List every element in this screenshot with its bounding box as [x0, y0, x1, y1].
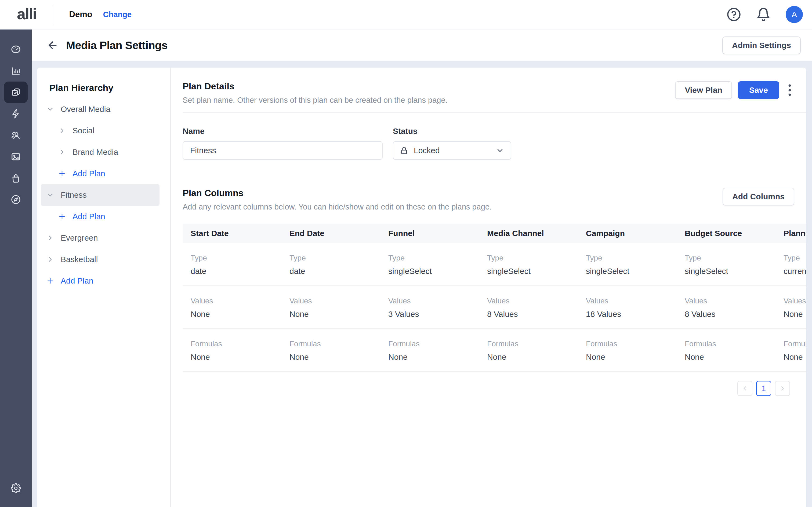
cell-label: Type — [783, 254, 806, 262]
lock-icon — [400, 146, 408, 155]
hierarchy-title: Plan Hierarchy — [49, 82, 170, 93]
status-value: Locked — [414, 146, 440, 155]
cell-value: date — [191, 267, 282, 276]
cell-label: Formulas — [685, 340, 775, 348]
cell-label: Values — [388, 297, 479, 305]
column-header: End Date — [282, 224, 380, 243]
chevron-left-icon[interactable] — [738, 381, 752, 396]
cell-label: Formulas — [783, 340, 806, 348]
formulas-cell: Formulas None — [380, 340, 479, 361]
arrow-left-icon[interactable] — [47, 40, 58, 51]
plans-icon[interactable] — [4, 81, 28, 103]
save-button[interactable]: Save — [738, 81, 779, 99]
type-cell: Type singleSelect — [677, 254, 775, 276]
tree-item-basketball[interactable]: Basketball — [37, 249, 170, 270]
plan-settings-main: Plan Details Set plan name. Other versio… — [171, 68, 806, 507]
cell-value: 18 Values — [586, 309, 677, 319]
tree-item-label: Fitness — [61, 190, 87, 200]
chevron-right-icon[interactable] — [58, 127, 66, 135]
chevron-right-icon[interactable] — [46, 234, 54, 242]
shop-icon[interactable] — [4, 167, 28, 189]
formulas-cell: Formulas None — [677, 340, 775, 361]
creative-icon[interactable] — [4, 146, 28, 167]
table-header-row: Start Date End Date Funnel Media Channel… — [183, 224, 806, 243]
cell-label: Type — [685, 254, 775, 262]
add-plan-button[interactable]: Add Plan — [37, 270, 170, 292]
cell-value: None — [290, 309, 380, 319]
column-header: Start Date — [183, 224, 282, 243]
kebab-menu-icon[interactable] — [785, 81, 794, 99]
cell-value: None — [783, 352, 806, 361]
status-select[interactable]: Locked — [393, 141, 511, 160]
add-plan-button[interactable]: Add Plan — [37, 163, 170, 184]
tree-item-overall-media[interactable]: Overall Media — [37, 99, 170, 120]
table-row-type: Type date Type date Type singleSelect — [183, 243, 806, 286]
plan-hierarchy-panel: Plan Hierarchy Overall Media — [37, 68, 171, 507]
formulas-cell: Formulas None — [282, 340, 380, 361]
admin-settings-button[interactable]: Admin Settings — [722, 37, 801, 54]
page-number-button[interactable]: 1 — [756, 381, 771, 396]
change-workspace-link[interactable]: Change — [103, 10, 132, 19]
cell-label: Formulas — [191, 340, 282, 348]
values-cell: Values 3 Values — [380, 297, 479, 319]
cell-value: singleSelect — [586, 267, 677, 276]
table-row-values: Values None Values None Values 3 Values — [183, 286, 806, 329]
add-plan-button[interactable]: Add Plan — [37, 206, 170, 227]
tree-item-evergreen[interactable]: Evergreen — [37, 227, 170, 249]
cell-value: None — [290, 352, 380, 361]
tree-item-fitness[interactable]: Fitness — [41, 184, 159, 206]
cell-label: Formulas — [586, 340, 677, 348]
cell-label: Formulas — [487, 340, 578, 348]
settings-icon[interactable] — [4, 477, 28, 499]
values-cell: Values None — [282, 297, 380, 319]
table-row-formulas: Formulas None Formulas None Formulas Non… — [183, 329, 806, 372]
formulas-cell: Formulas None — [578, 340, 677, 361]
cell-label: Values — [586, 297, 677, 305]
name-label: Name — [183, 127, 383, 136]
pagination: 1 — [183, 381, 790, 396]
add-columns-button[interactable]: Add Columns — [723, 188, 794, 206]
chevron-down-icon[interactable] — [46, 191, 54, 199]
name-field-group: Name — [183, 127, 383, 160]
help-circle-icon[interactable] — [727, 7, 741, 22]
automation-icon[interactable] — [4, 103, 28, 124]
cell-label: Type — [290, 254, 380, 262]
status-label: Status — [393, 127, 511, 136]
chevron-right-icon[interactable] — [58, 148, 66, 156]
alli-logo: alli — [17, 5, 37, 24]
column-header: Funnel — [380, 224, 479, 243]
avatar[interactable]: A — [786, 6, 803, 23]
plan-name-input[interactable] — [183, 141, 383, 160]
type-cell: Type singleSelect — [380, 254, 479, 276]
tree-item-label: Brand Media — [72, 148, 118, 157]
chevron-right-icon[interactable] — [46, 256, 54, 264]
view-plan-button[interactable]: View Plan — [675, 81, 732, 99]
cell-label: Type — [388, 254, 479, 262]
explore-icon[interactable] — [4, 189, 28, 210]
cell-value: 8 Values — [487, 309, 578, 319]
formulas-cell: Formulas None — [775, 340, 806, 361]
chevron-right-icon[interactable] — [775, 381, 790, 396]
page-title: Media Plan Settings — [66, 39, 167, 52]
values-cell: Values None — [775, 297, 806, 319]
cell-value: None — [191, 352, 282, 361]
tree-item-social[interactable]: Social — [37, 120, 170, 142]
section-divider — [183, 112, 806, 113]
nav-rail — [0, 30, 32, 507]
chevron-down-icon[interactable] — [46, 105, 54, 113]
plan-columns-subtitle: Add any relevant columns below. You can … — [183, 203, 492, 211]
dashboard-icon[interactable] — [4, 39, 28, 60]
audiences-icon[interactable] — [4, 124, 28, 146]
bell-icon[interactable] — [756, 7, 771, 22]
chart-icon[interactable] — [4, 60, 28, 81]
column-header: Campaign — [578, 224, 677, 243]
tree-item-brand-media[interactable]: Brand Media — [37, 142, 170, 163]
plus-icon — [46, 277, 54, 285]
type-cell: Type date — [282, 254, 380, 276]
cell-label: Values — [783, 297, 806, 305]
type-cell: Type singleSelect — [578, 254, 677, 276]
page-header: Media Plan Settings Admin Settings — [32, 30, 812, 61]
tree-item-label: Overall Media — [61, 105, 110, 114]
cell-label: Formulas — [388, 340, 479, 348]
chevron-down-icon — [496, 146, 504, 155]
